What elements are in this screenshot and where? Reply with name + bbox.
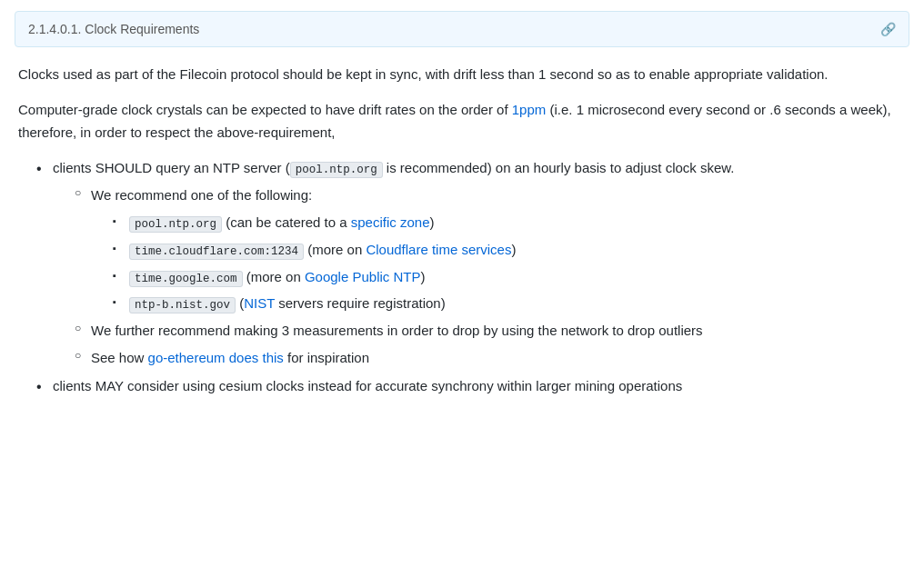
google-ntp-link[interactable]: Google Public NTP <box>305 269 421 284</box>
bullet-2-text: clients MAY consider using cesium clocks… <box>53 378 682 393</box>
square-item-1-text-suffix: ) <box>430 214 435 230</box>
square-item-3-text-prefix: (more on <box>246 269 305 284</box>
cloudflare-link[interactable]: Cloudflare time services <box>366 242 511 257</box>
1ppm-link[interactable]: 1ppm <box>512 102 547 117</box>
sub1-intro: We recommend one of the following: <box>91 187 312 203</box>
square-item-1: pool.ntp.org (can be catered to a specif… <box>113 212 906 234</box>
section-header: 2.1.4.0.1. Clock Requirements 🔗 <box>15 11 909 47</box>
square-item-4-text-suffix: servers require registration) <box>275 295 446 311</box>
square-item-1-text-prefix: (can be catered to a <box>226 214 351 230</box>
square-item-4: ntp-b.nist.gov (NIST servers require reg… <box>113 293 906 315</box>
link-icon[interactable]: 🔗 <box>880 19 896 39</box>
bullet-1-suffix: is recommended) on an hourly basis to ad… <box>383 160 735 175</box>
square-item-2-text-suffix: ) <box>511 242 516 257</box>
bullet-1: clients SHOULD query an NTP server (pool… <box>36 157 906 370</box>
sub-circle-item-2: We further recommend making 3 measuremen… <box>75 320 906 343</box>
code-pool-ntp: pool.ntp.org <box>129 216 222 233</box>
sub-circle-item-1: We recommend one of the following: pool.… <box>75 184 906 315</box>
sub3-prefix: See how <box>91 350 148 365</box>
paragraph-1: Clocks used as part of the Filecoin prot… <box>18 64 906 86</box>
paragraph-2-prefix: Computer-grade clock crystals can be exp… <box>18 102 512 117</box>
sub2-text: We further recommend making 3 measuremen… <box>91 323 703 338</box>
go-ethereum-link[interactable]: go-ethereum does this <box>148 350 284 365</box>
square-item-3-text-suffix: ) <box>420 269 425 284</box>
code-cloudflare: time.cloudflare.com:1234 <box>129 244 304 260</box>
sub-list-square: pool.ntp.org (can be catered to a specif… <box>91 212 906 315</box>
square-item-3: time.google.com (more on Google Public N… <box>113 266 906 289</box>
bullet-2: clients MAY consider using cesium clocks… <box>36 375 906 398</box>
page-container: 2.1.4.0.1. Clock Requirements 🔗 Clocks u… <box>0 0 924 567</box>
bullet-1-prefix: clients SHOULD query an NTP server ( <box>53 160 290 175</box>
code-nist: ntp-b.nist.gov <box>129 297 236 313</box>
square-item-2-text-prefix: (more on <box>307 242 366 257</box>
sub-circle-item-3: See how go-ethereum does this for inspir… <box>75 347 906 370</box>
main-list: clients SHOULD query an NTP server (pool… <box>18 157 906 398</box>
paragraph-1-text: Clocks used as part of the Filecoin prot… <box>18 66 829 82</box>
code-google: time.google.com <box>129 271 243 287</box>
nist-link[interactable]: NIST <box>244 295 275 311</box>
content-body: Clocks used as part of the Filecoin prot… <box>15 64 909 397</box>
bullet-1-text: clients SHOULD query an NTP server (pool… <box>53 160 735 175</box>
sub-list-circle: We recommend one of the following: pool.… <box>53 184 906 369</box>
section-header-title: 2.1.4.0.1. Clock Requirements <box>28 19 199 39</box>
sub3-suffix: for inspiration <box>284 350 369 365</box>
paragraph-2: Computer-grade clock crystals can be exp… <box>18 99 906 144</box>
specific-zone-link[interactable]: specific zone <box>351 214 430 230</box>
square-item-2: time.cloudflare.com:1234 (more on Cloudf… <box>113 239 906 262</box>
pool-ntp-inline-code-1: pool.ntp.org <box>290 162 383 178</box>
